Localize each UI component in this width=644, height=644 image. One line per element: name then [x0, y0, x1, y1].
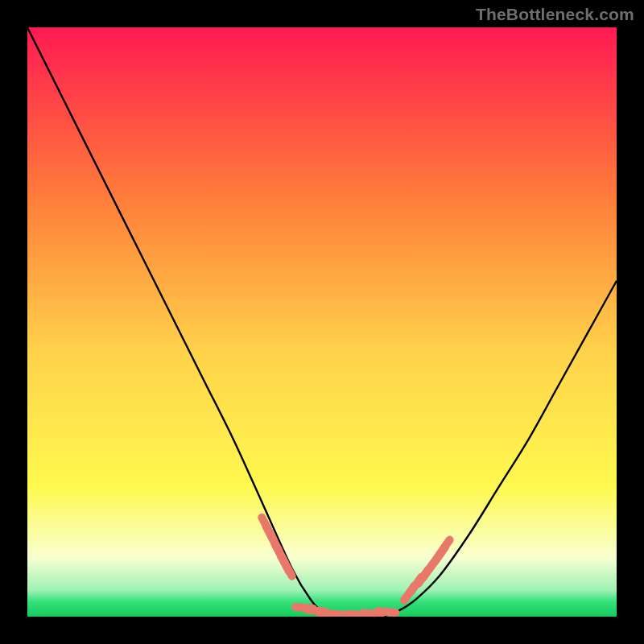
curve-layer	[27, 27, 617, 617]
chart-stage: TheBottleneck.com	[0, 0, 644, 644]
marker-tick	[440, 540, 450, 555]
bottleneck-curve	[27, 27, 617, 617]
marker-cluster-right	[404, 540, 450, 601]
watermark-text: TheBottleneck.com	[476, 5, 634, 24]
marker-tick	[283, 560, 291, 576]
marker-tick	[378, 611, 396, 613]
plot-area	[27, 27, 617, 617]
marker-cluster-bottom	[295, 607, 395, 616]
marker-cluster-left	[262, 518, 291, 576]
